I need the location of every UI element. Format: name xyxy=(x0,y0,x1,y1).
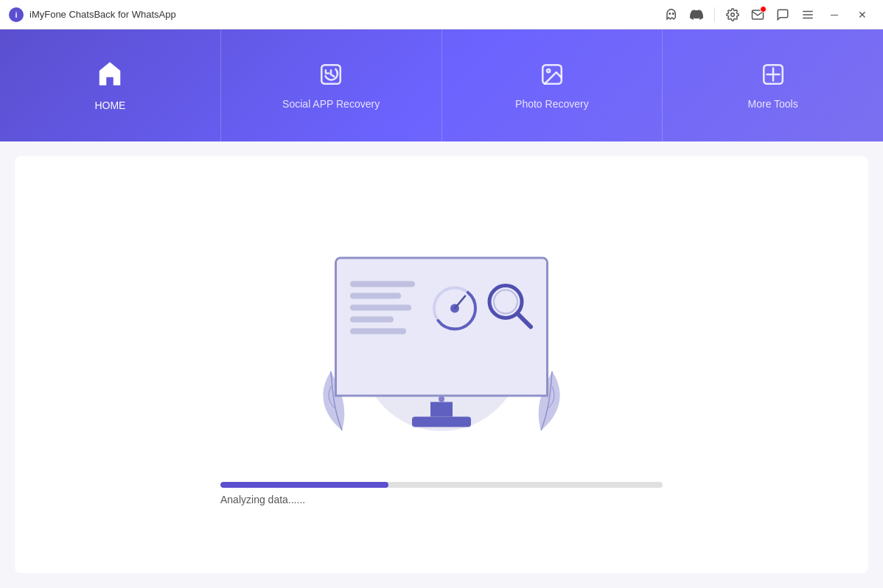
svg-line-18 xyxy=(517,314,531,327)
app-title: iMyFone ChatsBack for WhatsApp xyxy=(29,9,176,20)
more-tools-icon xyxy=(761,62,786,91)
app-logo-icon: i xyxy=(9,7,24,22)
monitor-neck xyxy=(430,402,453,417)
svg-point-10 xyxy=(547,69,550,71)
nav-photo-label: Photo Recovery xyxy=(515,98,589,110)
illustration xyxy=(294,224,589,460)
titlebar: i iMyFone ChatsBack for WhatsApp xyxy=(0,0,883,29)
navbar: HOME Social APP Recovery Photo Recovery xyxy=(0,29,883,141)
screen-lines xyxy=(350,274,422,335)
progress-track xyxy=(220,482,663,488)
nav-home[interactable]: HOME xyxy=(0,29,221,141)
content-card: Analyzing data...... xyxy=(15,156,868,573)
screen-line xyxy=(350,329,406,335)
svg-text:i: i xyxy=(15,10,17,19)
svg-point-2 xyxy=(669,13,671,14)
ghost-icon[interactable] xyxy=(661,4,682,25)
photo-recovery-icon xyxy=(540,62,565,91)
menu-icon[interactable] xyxy=(798,4,818,25)
nav-social-label: Social APP Recovery xyxy=(282,98,380,110)
monitor xyxy=(335,257,548,427)
main-content: Analyzing data...... xyxy=(0,141,883,588)
home-icon xyxy=(96,60,124,92)
minimize-button[interactable]: ─ xyxy=(823,4,846,25)
monitor-screen xyxy=(335,257,548,397)
chat-icon[interactable] xyxy=(772,4,793,25)
progress-fill xyxy=(220,482,388,488)
gauge-icon xyxy=(431,285,479,333)
nav-social[interactable]: Social APP Recovery xyxy=(221,29,442,141)
nav-tools[interactable]: More Tools xyxy=(663,29,883,141)
progress-text: Analyzing data...... xyxy=(220,494,663,505)
settings-icon[interactable] xyxy=(722,4,743,25)
nav-tools-label: More Tools xyxy=(748,98,798,110)
svg-point-3 xyxy=(673,13,674,14)
screen-line xyxy=(350,317,394,323)
monitor-bottom-dot xyxy=(439,396,444,402)
screen-line xyxy=(350,305,411,311)
nav-home-label: HOME xyxy=(94,99,125,111)
mail-icon[interactable] xyxy=(747,4,768,25)
separator xyxy=(714,7,715,22)
monitor-stand xyxy=(412,417,471,427)
discord-icon[interactable] xyxy=(686,4,707,25)
nav-photo[interactable]: Photo Recovery xyxy=(442,29,663,141)
svg-line-15 xyxy=(455,296,465,309)
progress-section: Analyzing data...... xyxy=(220,482,663,505)
screen-line xyxy=(350,293,401,299)
social-recovery-icon xyxy=(318,62,343,91)
magnifier-icon xyxy=(485,281,533,337)
svg-point-4 xyxy=(731,13,735,16)
svg-point-17 xyxy=(494,290,517,314)
titlebar-controls: ─ ✕ xyxy=(661,4,874,25)
screen-line xyxy=(350,281,415,287)
titlebar-left: i iMyFone ChatsBack for WhatsApp xyxy=(9,7,176,22)
close-button[interactable]: ✕ xyxy=(851,4,874,25)
screen-graphics xyxy=(431,281,533,337)
